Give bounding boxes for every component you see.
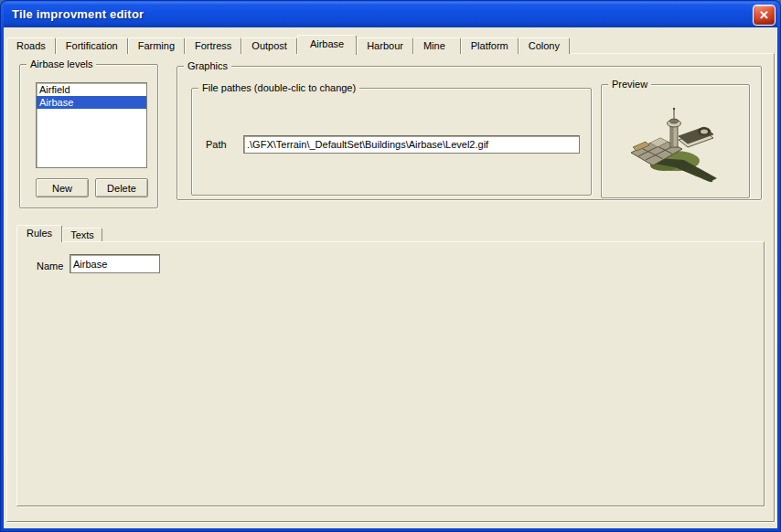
tab-texts[interactable]: Texts [62, 228, 102, 241]
name-label: Name [37, 261, 63, 271]
list-item-airbase[interactable]: Airbase [37, 96, 146, 109]
tab-roads[interactable]: Roads [6, 37, 56, 54]
rules-panel: Name [16, 241, 765, 506]
tab-colony[interactable]: Colony [519, 37, 570, 54]
name-input[interactable] [70, 254, 160, 273]
dialog-client-area: Roads Fortification Farming Fortress Out… [4, 27, 777, 528]
preview-group-title: Preview [608, 79, 651, 90]
close-icon: ✕ [759, 8, 769, 22]
tab-mine[interactable]: Mine [413, 37, 461, 54]
tab-platform[interactable]: Platform [461, 37, 519, 54]
window: Tile improvment editor ✕ Roads Fortifica… [0, 0, 781, 532]
airbase-levels-group-title: Airbase levels [27, 59, 96, 70]
tab-rules[interactable]: Rules [16, 225, 62, 242]
airbase-levels-group: Airbase levels Airfield Airbase New Dele… [19, 64, 158, 208]
tab-fortification[interactable]: Fortification [56, 37, 128, 54]
list-item-airfield[interactable]: Airfield [37, 83, 146, 96]
tab-harbour[interactable]: Harbour [357, 37, 413, 54]
graphics-group-title: Graphics [184, 60, 231, 72]
tab-fortress[interactable]: Fortress [185, 37, 241, 54]
path-label: Path [206, 139, 227, 150]
levels-listbox[interactable]: Airfield Airbase [36, 82, 147, 168]
tab-outpost[interactable]: Outpost [241, 37, 297, 54]
file-paths-group-title: File pathes (double-clic to change) [198, 82, 359, 94]
preview-group: Preview [601, 84, 750, 198]
tab-airbase[interactable]: Airbase [297, 35, 357, 55]
new-button[interactable]: New [36, 178, 89, 197]
path-input[interactable] [243, 135, 580, 154]
titlebar[interactable]: Tile improvment editor ✕ [4, 2, 777, 27]
airbase-tab-page: Airbase levels Airfield Airbase New Dele… [6, 53, 775, 522]
detail-tab-bar: Rules Texts [16, 224, 102, 241]
airbase-preview-image [627, 103, 722, 191]
graphics-group: Graphics File pathes (double-clic to cha… [177, 66, 762, 200]
tab-farming[interactable]: Farming [128, 37, 185, 54]
window-title: Tile improvment editor [12, 2, 144, 27]
main-tab-bar: Roads Fortification Farming Fortress Out… [6, 34, 570, 54]
close-button[interactable]: ✕ [753, 5, 776, 26]
file-paths-group: File pathes (double-clic to change) Path [191, 88, 592, 196]
delete-button[interactable]: Delete [95, 178, 148, 197]
